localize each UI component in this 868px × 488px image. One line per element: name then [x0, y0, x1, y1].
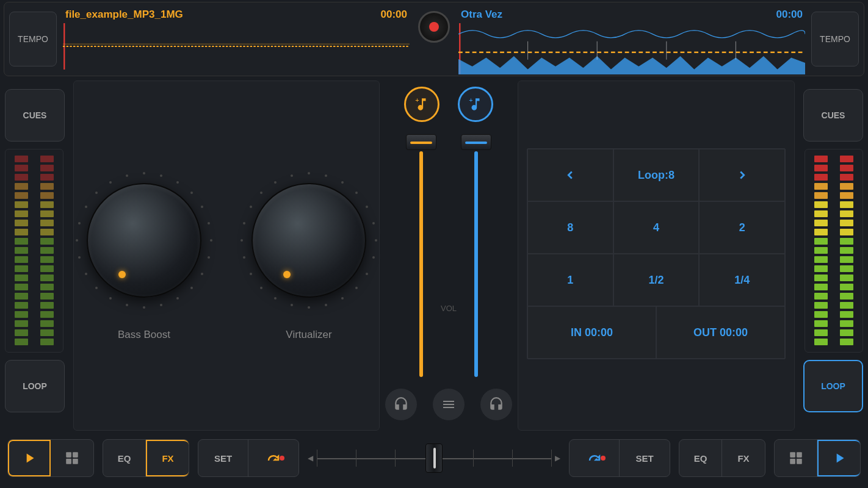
volume-fader-right[interactable] [461, 133, 491, 377]
tempo-button-right[interactable]: TEMPO [811, 12, 859, 66]
eq-button-right[interactable]: EQ [679, 440, 722, 476]
volume-fader-left[interactable] [406, 133, 436, 377]
side-column-right: CUES LOOP [797, 81, 863, 431]
rec-dot-icon [280, 456, 284, 461]
main-area: CUES LOOP Bass Boost [0, 78, 868, 433]
loop-size-half[interactable]: 1/2 [613, 254, 700, 306]
top-bar: TEMPO file_example_MP3_1MG 00:00 Otra Ve… [4, 2, 864, 76]
headphone-icon [488, 396, 504, 412]
rec-button-left[interactable] [248, 440, 298, 476]
bass-boost-label: Bass Boost [118, 329, 170, 341]
play-group-left [7, 439, 94, 477]
music-note-icon: + [468, 96, 483, 112]
loop-button-left[interactable]: LOOP [5, 360, 65, 412]
set-rec-group-left: SET [198, 439, 299, 477]
crossfader-handle[interactable] [425, 443, 443, 473]
crossfader-arrow-right-icon: ▶ [555, 454, 560, 462]
rec-dot-icon [601, 456, 606, 461]
loop-in-button[interactable]: IN 00:00 [527, 306, 656, 359]
loop-size-1[interactable]: 1 [527, 254, 613, 306]
bass-boost-knob[interactable] [74, 170, 214, 310]
bottom-bar: EQ FX SET ◀ ▶ SET EQ FX [0, 433, 868, 483]
fx-button-left[interactable]: FX [146, 440, 189, 476]
svg-text:+: + [469, 96, 472, 104]
add-track-right-button[interactable]: + [458, 87, 493, 122]
play-button-right[interactable] [817, 440, 860, 476]
set-button-left[interactable]: SET [198, 440, 248, 476]
eq-fx-group-left: EQ FX [103, 439, 189, 477]
set-button-right[interactable]: SET [620, 440, 670, 476]
cues-button-left[interactable]: CUES [5, 89, 65, 142]
music-note-icon: + [414, 96, 430, 112]
chevron-right-icon [736, 168, 749, 182]
waveform-right[interactable] [458, 23, 805, 74]
vol-label: VOL [441, 304, 457, 313]
track-title-right: Otra Vez [461, 9, 502, 21]
record-icon [429, 22, 439, 32]
headphone-cue-left[interactable] [385, 388, 418, 421]
headphone-icon [393, 396, 409, 412]
track-title-left: file_example_MP3_1MG [65, 9, 183, 21]
svg-rect-11 [73, 459, 78, 464]
loop-size-quarter[interactable]: 1/4 [699, 254, 785, 306]
loop-size-4[interactable]: 4 [613, 201, 700, 254]
play-icon [21, 450, 37, 466]
track-time-right: 00:00 [776, 9, 803, 21]
svg-text:+: + [415, 96, 419, 104]
virtualizer-label: Virtualizer [286, 329, 331, 341]
headphone-cue-right[interactable] [480, 388, 513, 421]
svg-rect-14 [790, 459, 795, 464]
loop-button-right[interactable]: LOOP [803, 360, 863, 412]
pads-button-left[interactable] [51, 440, 93, 476]
loop-size-display: Loop:8 [613, 149, 700, 201]
pads-button-right[interactable] [775, 440, 817, 476]
tempo-button-left[interactable]: TEMPO [9, 12, 57, 66]
virtualizer-knob[interactable] [239, 170, 379, 310]
track-display-right[interactable]: Otra Vez 00:00 [458, 9, 805, 70]
svg-rect-13 [797, 452, 802, 458]
grid-icon [64, 450, 80, 466]
crossfader-arrow-left-icon: ◀ [308, 454, 313, 462]
redo-icon [266, 452, 281, 464]
redo-icon [587, 452, 602, 464]
svg-rect-10 [66, 459, 71, 464]
loop-prev-button[interactable] [527, 149, 613, 201]
deck-panel-left: Bass Boost Virtualizer [73, 81, 380, 431]
center-mixer: + + VOL [382, 81, 515, 431]
track-display-left[interactable]: file_example_MP3_1MG 00:00 [63, 9, 410, 70]
loop-out-button[interactable]: OUT 00:00 [656, 306, 785, 359]
menu-icon [441, 397, 456, 412]
vu-meter-left [5, 149, 63, 353]
crossfader[interactable]: ◀ ▶ [308, 442, 560, 475]
svg-rect-9 [73, 452, 78, 458]
loop-size-2[interactable]: 2 [699, 201, 785, 254]
menu-button[interactable] [432, 388, 465, 421]
fx-button-right[interactable]: FX [722, 440, 765, 476]
eq-button-left[interactable]: EQ [103, 440, 146, 476]
waveform-left[interactable] [63, 23, 410, 70]
svg-rect-12 [790, 452, 795, 458]
grid-icon [788, 450, 804, 466]
loop-size-8[interactable]: 8 [527, 201, 613, 254]
set-rec-group-right: SET [569, 439, 670, 477]
eq-fx-group-right: EQ FX [679, 439, 765, 477]
rec-button-right[interactable] [570, 440, 620, 476]
side-column-left: CUES LOOP [5, 81, 71, 431]
track-time-left: 00:00 [381, 9, 407, 21]
loop-next-button[interactable] [699, 149, 785, 201]
add-track-left-button[interactable]: + [404, 87, 439, 122]
chevron-left-icon [563, 168, 577, 182]
deck-panel-right: Loop:8 8 4 2 1 1/2 1/4 IN 00:00 [518, 81, 795, 431]
cues-button-right[interactable]: CUES [803, 89, 863, 142]
play-group-right [774, 439, 861, 477]
svg-rect-8 [66, 452, 71, 458]
svg-rect-15 [797, 459, 802, 464]
vu-meter-right [805, 149, 863, 353]
play-icon [831, 450, 847, 466]
record-button[interactable] [418, 11, 450, 43]
play-button-left[interactable] [8, 440, 51, 476]
